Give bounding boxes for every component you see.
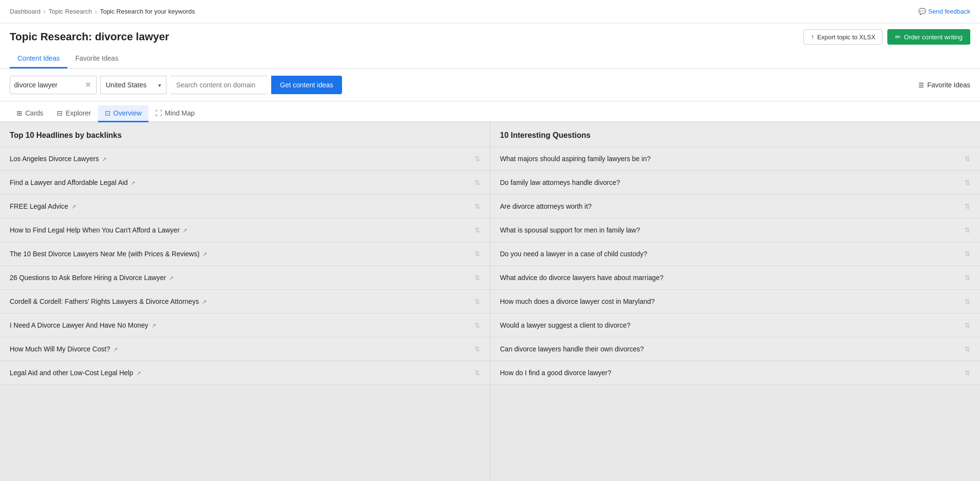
search-area: ✕ United States United Kingdom Canada Au…: [0, 69, 980, 101]
list-item: What advice do divorce lawyers have abou…: [490, 266, 980, 290]
list-item: Do you need a lawyer in a case of child …: [490, 242, 980, 266]
headline-text-5: The 10 Best Divorce Lawyers Near Me (wit…: [10, 250, 207, 258]
headline-text-1: Los Angeles Divorce Lawyers: [10, 155, 107, 163]
keyword-input-wrapper: ✕: [10, 76, 97, 94]
view-tab-overview[interactable]: ⊡ Overview: [98, 105, 148, 122]
list-item: The 10 Best Divorce Lawyers Near Me (wit…: [0, 242, 490, 266]
sort-action-icon[interactable]: [474, 345, 480, 353]
list-item: How much does a divorce lawyer cost in M…: [490, 290, 980, 314]
explorer-icon: ⊟: [57, 109, 63, 117]
chat-bubble-icon: [918, 8, 926, 15]
sort-action-icon[interactable]: [964, 274, 970, 282]
sort-action-icon[interactable]: [474, 226, 480, 234]
sort-action-icon[interactable]: [474, 298, 480, 305]
cards-icon: ⊞: [16, 109, 22, 117]
headline-text-9: How Much Will My Divorce Cost?: [10, 345, 118, 353]
external-link-icon[interactable]: [182, 226, 187, 234]
page-header: Topic Research: divorce lawyer Export to…: [0, 23, 980, 69]
export-button[interactable]: Export topic to XLSX: [803, 29, 882, 45]
external-link-icon[interactable]: [151, 321, 156, 329]
list-item: Cordell & Cordell: Fathers' Rights Lawye…: [0, 290, 490, 314]
sort-action-icon[interactable]: [474, 155, 480, 163]
view-tabs-row: ⊞ Cards ⊟ Explorer ⊡ Overview ⛶ Mind Map: [0, 101, 980, 122]
export-label: Export topic to XLSX: [817, 33, 875, 41]
country-select[interactable]: United States United Kingdom Canada Aust…: [106, 81, 156, 89]
external-link-icon[interactable]: [131, 179, 135, 186]
sort-action-icon[interactable]: [474, 369, 480, 377]
view-tab-mindmap[interactable]: ⛶ Mind Map: [148, 105, 201, 122]
question-text-10: How do I find a good divorce lawyer?: [500, 369, 612, 377]
sort-action-icon[interactable]: [474, 179, 480, 186]
question-text-4: What is spousal support for men in famil…: [500, 226, 640, 234]
header-actions: Export topic to XLSX Order content writi…: [803, 29, 970, 45]
question-text-8: Would a lawyer suggest a client to divor…: [500, 321, 631, 329]
external-link-icon[interactable]: [202, 298, 207, 305]
list-item: Find a Lawyer and Affordable Legal Aid: [0, 171, 490, 195]
mindmap-icon: ⛶: [155, 109, 162, 117]
view-tab-explorer[interactable]: ⊟ Explorer: [50, 105, 98, 122]
get-content-ideas-button[interactable]: Get content ideas: [271, 76, 342, 94]
sort-action-icon[interactable]: [964, 321, 970, 329]
headline-text-2: Find a Lawyer and Affordable Legal Aid: [10, 179, 135, 186]
main-tabs: Content Ideas Favorite Ideas: [10, 50, 970, 68]
external-link-icon[interactable]: [102, 155, 107, 163]
external-link-icon[interactable]: [113, 345, 118, 353]
sort-action-icon[interactable]: [474, 250, 480, 258]
headlines-panel: Top 10 Headlines by backlinks Los Angele…: [0, 122, 490, 481]
headline-text-10: Legal Aid and other Low-Cost Legal Help: [10, 369, 141, 377]
breadcrumb-sep-2: ›: [95, 8, 97, 15]
external-link-icon[interactable]: [136, 369, 141, 377]
pencil-icon: [895, 33, 901, 41]
external-link-icon[interactable]: [169, 274, 174, 282]
sort-action-icon[interactable]: [964, 179, 970, 186]
sort-action-icon[interactable]: [964, 298, 970, 305]
page-title-row: Topic Research: divorce lawyer Export to…: [10, 29, 970, 45]
sort-action-icon[interactable]: [964, 226, 970, 234]
list-item: How to Find Legal Help When You Can't Af…: [0, 218, 490, 242]
breadcrumb-dashboard[interactable]: Dashboard: [10, 8, 41, 15]
upload-icon: [811, 33, 814, 41]
sort-action-icon[interactable]: [964, 250, 970, 258]
sort-action-icon[interactable]: [474, 274, 480, 282]
clear-keyword-button[interactable]: ✕: [84, 81, 92, 89]
list-item: What is spousal support for men in famil…: [490, 218, 980, 242]
question-text-7: How much does a divorce lawyer cost in M…: [500, 298, 655, 305]
keyword-input[interactable]: [14, 81, 82, 89]
question-text-3: Are divorce attorneys worth it?: [500, 202, 592, 210]
list-item: How Much Will My Divorce Cost?: [0, 337, 490, 361]
view-tab-cards-label: Cards: [25, 109, 43, 117]
sort-action-icon[interactable]: [474, 202, 480, 210]
breadcrumb-topic-research[interactable]: Topic Research: [49, 8, 92, 15]
questions-panel-header: 10 Interesting Questions: [490, 122, 980, 147]
page-title-prefix: Topic Research:: [10, 31, 92, 43]
main-content: Top 10 Headlines by backlinks Los Angele…: [0, 122, 980, 481]
external-link-icon[interactable]: [202, 250, 207, 258]
headline-text-6: 26 Questions to Ask Before Hiring a Divo…: [10, 274, 174, 282]
headline-text-3: FREE Legal Advice: [10, 202, 76, 210]
sort-action-icon[interactable]: [474, 321, 480, 329]
list-item: Do family law attorneys handle divorce?: [490, 171, 980, 195]
view-tab-cards[interactable]: ⊞ Cards: [10, 105, 50, 122]
breadcrumb: Dashboard › Topic Research › Topic Resea…: [10, 8, 195, 15]
list-item: FREE Legal Advice: [0, 195, 490, 218]
star-list-icon: [918, 81, 924, 89]
tab-content-ideas[interactable]: Content Ideas: [10, 50, 67, 68]
sort-action-icon[interactable]: [964, 155, 970, 163]
list-item: How do I find a good divorce lawyer?: [490, 361, 980, 385]
view-tab-mindmap-label: Mind Map: [165, 109, 195, 117]
send-feedback-button[interactable]: Send feedback: [918, 8, 970, 15]
domain-input[interactable]: [170, 76, 267, 94]
sort-action-icon[interactable]: [964, 202, 970, 210]
favorite-ideas-label: Favorite Ideas: [927, 81, 970, 89]
sort-action-icon[interactable]: [964, 369, 970, 377]
headline-text-8: I Need A Divorce Lawyer And Have No Mone…: [10, 321, 156, 329]
order-content-writing-button[interactable]: Order content writing: [887, 29, 970, 45]
tab-favorite-ideas[interactable]: Favorite Ideas: [67, 50, 126, 68]
list-item: Would a lawyer suggest a client to divor…: [490, 314, 980, 337]
list-item: Can divorce lawyers handle their own div…: [490, 337, 980, 361]
list-item: I Need A Divorce Lawyer And Have No Mone…: [0, 314, 490, 337]
list-item: Los Angeles Divorce Lawyers: [0, 147, 490, 171]
favorite-ideas-link[interactable]: Favorite Ideas: [918, 81, 970, 89]
sort-action-icon[interactable]: [964, 345, 970, 353]
external-link-icon[interactable]: [71, 202, 76, 210]
